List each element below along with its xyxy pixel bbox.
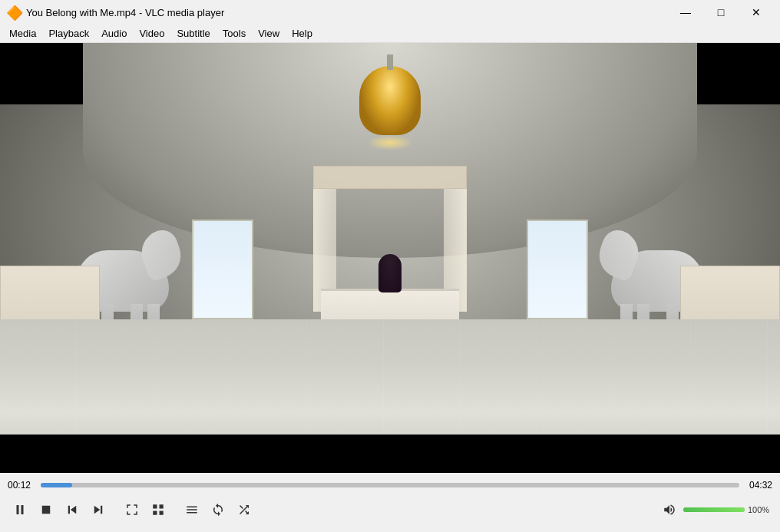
progress-bar-fill (41, 483, 72, 487)
close-button[interactable]: ✕ (739, 0, 774, 25)
bed-canopy (313, 166, 467, 335)
svg-rect-13 (187, 512, 197, 514)
svg-rect-11 (187, 507, 197, 508)
svg-rect-4 (68, 506, 70, 514)
stop-icon (39, 503, 53, 517)
playlist-icon (185, 503, 199, 517)
menu-tools[interactable]: Tools (216, 26, 252, 41)
window-controls: — □ ✕ (668, 0, 774, 25)
progress-bar[interactable] (41, 483, 739, 487)
volume-bar-fill (683, 507, 745, 512)
maximize-button[interactable]: □ (703, 0, 739, 25)
pause-button[interactable] (8, 497, 32, 522)
menu-audio[interactable]: Audio (95, 26, 133, 41)
svg-rect-0 (17, 505, 19, 514)
svg-rect-12 (187, 509, 197, 511)
volume-icon (663, 503, 676, 517)
controls-area: 00:12 04:32 (0, 473, 780, 532)
title-bar: 🔶 You Belong with Me.mp4 - VLC media pla… (0, 0, 780, 25)
playlist-button[interactable] (180, 497, 204, 522)
fullscreen-button[interactable] (120, 497, 144, 522)
next-button[interactable] (86, 497, 111, 522)
window-title: You Belong with Me.mp4 - VLC media playe… (26, 7, 224, 18)
random-icon (237, 503, 251, 517)
title-left: 🔶 You Belong with Me.mp4 - VLC media pla… (6, 5, 224, 20)
progress-row: 00:12 04:32 (0, 473, 780, 494)
controls-right: 100% (659, 499, 772, 520)
svg-rect-9 (153, 511, 157, 515)
prev-button[interactable] (60, 497, 84, 522)
time-current: 00:12 (8, 480, 35, 491)
menu-bar: Media Playback Audio Video Subtitle Tool… (0, 25, 780, 43)
svg-rect-1 (21, 505, 24, 514)
svg-rect-10 (160, 511, 164, 515)
menu-video[interactable]: Video (133, 26, 170, 41)
window-right (527, 220, 588, 319)
svg-marker-3 (71, 506, 77, 514)
svg-rect-8 (160, 504, 164, 508)
svg-rect-6 (101, 506, 102, 514)
extended-button[interactable] (146, 497, 170, 522)
svg-rect-2 (42, 506, 51, 514)
pause-icon (13, 503, 27, 517)
vlc-icon: 🔶 (6, 5, 21, 20)
chandelier (359, 66, 421, 135)
video-frame (0, 43, 780, 473)
volume-bar[interactable] (683, 507, 745, 512)
volume-area: 100% (659, 499, 772, 520)
stop-button[interactable] (34, 497, 58, 522)
svg-marker-5 (94, 506, 101, 514)
volume-button[interactable] (659, 499, 680, 520)
loop-button[interactable] (206, 497, 230, 522)
svg-rect-7 (153, 504, 157, 508)
video-area (0, 43, 780, 473)
person-silhouette (378, 254, 402, 292)
menu-help[interactable]: Help (286, 26, 319, 41)
menu-view[interactable]: View (252, 26, 286, 41)
window-left (192, 220, 253, 319)
canopy-frame (313, 166, 467, 189)
random-button[interactable] (232, 497, 256, 522)
loop-icon (211, 503, 225, 517)
prev-icon (65, 503, 79, 517)
letterbox-bottom (0, 435, 780, 473)
extended-icon (151, 503, 165, 517)
next-icon (91, 503, 105, 517)
controls-row: 100% (0, 494, 780, 525)
minimize-button[interactable]: — (668, 0, 703, 25)
volume-label: 100% (748, 505, 772, 514)
video-scene (0, 43, 780, 473)
menu-playback[interactable]: Playback (42, 26, 95, 41)
time-total: 04:32 (745, 480, 772, 491)
menu-media[interactable]: Media (3, 26, 42, 41)
fullscreen-icon (125, 503, 139, 517)
menu-subtitle[interactable]: Subtitle (170, 26, 216, 41)
